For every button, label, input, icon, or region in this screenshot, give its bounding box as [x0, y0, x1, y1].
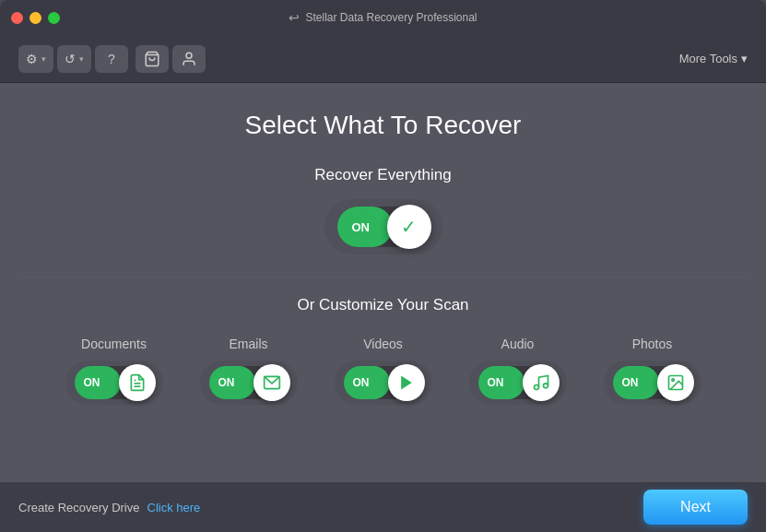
- back-icon: ↩: [289, 10, 300, 25]
- videos-toggle[interactable]: ON: [344, 366, 423, 399]
- app-title: Stellar Data Recovery Professional: [305, 11, 477, 24]
- cart-button[interactable]: [136, 45, 169, 73]
- close-button[interactable]: [11, 12, 23, 24]
- recover-everything-label: Recover Everything: [314, 166, 451, 184]
- create-recovery-label: Create Recovery Drive: [18, 501, 140, 514]
- recover-everything-toggle-wrapper: ON ✓: [324, 199, 442, 254]
- emails-toggle-knob: [253, 364, 290, 401]
- content-area: Select What To Recover Recover Everythin…: [0, 83, 766, 532]
- photos-label: Photos: [632, 337, 673, 351]
- category-emails: Emails ON: [200, 337, 298, 405]
- documents-toggle-label: ON: [84, 376, 100, 389]
- category-photos: Photos ON: [604, 337, 701, 405]
- photos-toggle-wrapper: ON: [604, 361, 701, 405]
- section-divider: [18, 277, 748, 278]
- title-bar-center: ↩ Stellar Data Recovery Professional: [289, 10, 477, 25]
- documents-label: Documents: [81, 337, 147, 351]
- help-icon: ?: [108, 52, 115, 66]
- emails-label: Emails: [229, 337, 267, 351]
- videos-label: Videos: [363, 337, 403, 351]
- more-tools-button[interactable]: More Tools ▾: [679, 52, 748, 65]
- minimize-button[interactable]: [29, 12, 41, 24]
- toggle-knob: ✓: [387, 205, 431, 249]
- footer-left: Create Recovery Drive Click here: [18, 501, 200, 514]
- next-button[interactable]: Next: [643, 490, 748, 525]
- more-tools-chevron: ▾: [741, 52, 748, 65]
- audio-toggle[interactable]: ON: [478, 366, 558, 399]
- svg-point-9: [671, 379, 674, 382]
- videos-toggle-label: ON: [353, 376, 370, 389]
- toolbar: ⚙ ↺ ?: [0, 35, 766, 83]
- documents-toggle-knob: [119, 364, 156, 401]
- svg-point-6: [534, 385, 538, 390]
- documents-toggle[interactable]: ON: [75, 366, 154, 399]
- videos-toggle-wrapper: ON: [335, 361, 432, 405]
- audio-label: Audio: [501, 337, 535, 351]
- toggle-on-label: ON: [352, 220, 371, 234]
- recover-everything-toggle[interactable]: ON ✓: [337, 207, 430, 247]
- categories-container: Documents ON: [65, 337, 701, 405]
- cart-icon: [144, 51, 160, 67]
- audio-toggle-knob: [523, 364, 560, 401]
- account-icon: [181, 51, 197, 67]
- svg-point-1: [186, 53, 192, 58]
- checkmark-icon: ✓: [401, 216, 417, 238]
- traffic-lights: [11, 12, 60, 24]
- video-icon: [397, 373, 416, 392]
- footer: Create Recovery Drive Click here Next: [0, 482, 766, 532]
- photo-icon: [666, 373, 685, 392]
- maximize-button[interactable]: [48, 12, 60, 24]
- click-here-link[interactable]: Click here: [147, 501, 201, 514]
- title-bar: ↩ Stellar Data Recovery Professional: [0, 0, 766, 35]
- toolbar-right: More Tools ▾: [679, 52, 748, 65]
- emails-toggle-label: ON: [218, 376, 235, 389]
- photos-toggle-label: ON: [622, 376, 639, 389]
- email-icon: [263, 373, 281, 392]
- photos-toggle[interactable]: ON: [613, 366, 692, 399]
- toolbar-left: ⚙ ↺ ?: [18, 45, 206, 73]
- svg-marker-5: [401, 376, 412, 390]
- settings-button[interactable]: ⚙: [18, 45, 53, 73]
- audio-toggle-wrapper: ON: [469, 361, 567, 405]
- category-documents: Documents ON: [65, 337, 163, 405]
- category-audio: Audio ON: [469, 337, 567, 405]
- customize-title: Or Customize Your Scan: [297, 296, 468, 314]
- page-title: Select What To Recover: [245, 111, 522, 140]
- restore-button[interactable]: ↺: [57, 45, 91, 73]
- restore-icon: ↺: [65, 52, 76, 66]
- emails-toggle-wrapper: ON: [200, 361, 298, 405]
- svg-point-7: [543, 384, 548, 388]
- documents-toggle-wrapper: ON: [65, 361, 163, 405]
- category-videos: Videos ON: [335, 337, 432, 405]
- account-button[interactable]: [172, 45, 206, 73]
- help-button[interactable]: ?: [95, 45, 128, 73]
- more-tools-label: More Tools: [679, 52, 737, 65]
- audio-toggle-label: ON: [488, 376, 504, 389]
- emails-toggle[interactable]: ON: [209, 366, 289, 399]
- settings-icon: ⚙: [26, 52, 38, 66]
- photos-toggle-knob: [657, 364, 694, 401]
- videos-toggle-knob: [388, 364, 425, 401]
- document-icon: [128, 373, 147, 392]
- audio-icon: [532, 373, 550, 392]
